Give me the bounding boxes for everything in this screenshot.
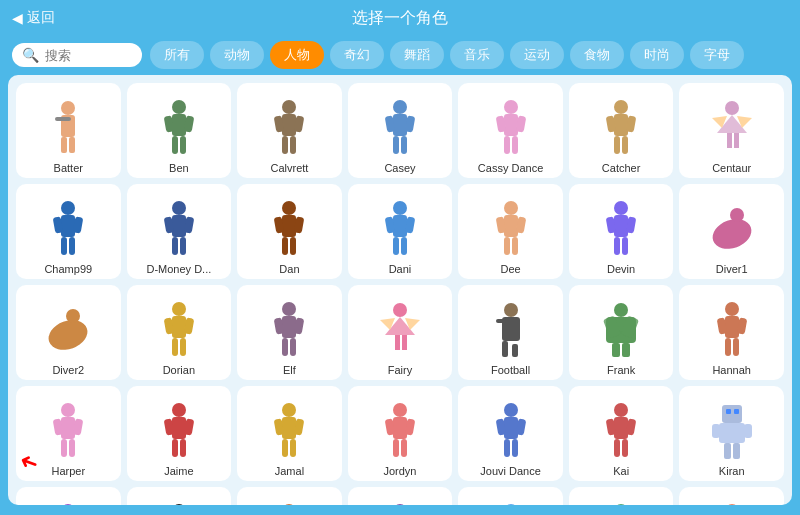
svg-rect-101 — [496, 319, 506, 323]
svg-rect-16 — [290, 136, 296, 154]
svg-rect-34 — [622, 136, 628, 154]
sprite-figure — [372, 199, 427, 261]
svg-point-23 — [504, 100, 518, 114]
sprite-figure — [41, 502, 96, 505]
svg-rect-92 — [290, 338, 296, 356]
svg-rect-147 — [614, 417, 628, 439]
sprite-card[interactable]: Kiran — [679, 386, 784, 481]
svg-point-122 — [172, 403, 186, 417]
search-box[interactable]: 🔍 — [12, 43, 142, 67]
svg-rect-138 — [393, 439, 399, 457]
filter-btn-fashion[interactable]: 时尚 — [630, 41, 684, 69]
sprite-card[interactable]: Cassy Dance — [458, 83, 563, 178]
sprite-card[interactable]: Casey — [348, 83, 453, 178]
filter-btn-animals[interactable]: 动物 — [210, 41, 264, 69]
svg-rect-48 — [172, 215, 186, 237]
svg-point-93 — [393, 303, 407, 317]
svg-point-53 — [282, 201, 296, 215]
sprite-card[interactable]: Football — [458, 285, 563, 380]
svg-rect-88 — [282, 316, 296, 338]
sprite-card[interactable]: Sp2 — [127, 487, 232, 505]
svg-rect-6 — [172, 114, 186, 136]
sprite-card[interactable]: Calvrett — [237, 83, 342, 178]
filter-btn-fantasy[interactable]: 奇幻 — [330, 41, 384, 69]
svg-point-134 — [393, 403, 407, 417]
search-input[interactable] — [45, 48, 135, 63]
sprite-card[interactable]: Sp5 — [458, 487, 563, 505]
sprite-card[interactable]: Sp6 — [569, 487, 674, 505]
title-bar: ◀ 返回 选择一个角色 — [0, 0, 800, 35]
sprite-card[interactable]: Hannah — [679, 285, 784, 380]
filter-btn-food[interactable]: 食物 — [570, 41, 624, 69]
sprite-label: Jamal — [241, 465, 338, 477]
sprite-figure — [594, 199, 649, 261]
sprite-figure — [151, 300, 206, 362]
search-filter-bar: 🔍 所有动物人物奇幻舞蹈音乐运动食物时尚字母 — [0, 35, 800, 75]
svg-point-104 — [614, 303, 628, 317]
sprite-card[interactable]: Frank — [569, 285, 674, 380]
sprite-card[interactable]: Jamal — [237, 386, 342, 481]
sprite-card[interactable]: Dani — [348, 184, 453, 279]
sprite-card[interactable]: Champ99 — [16, 184, 121, 279]
svg-rect-4 — [69, 137, 75, 153]
sprite-label: Jaime — [131, 465, 228, 477]
svg-rect-30 — [614, 114, 628, 136]
svg-rect-45 — [61, 237, 67, 255]
svg-rect-33 — [614, 136, 620, 154]
svg-rect-139 — [401, 439, 407, 457]
sprite-card[interactable]: Centaur — [679, 83, 784, 178]
svg-point-47 — [172, 201, 186, 215]
sprite-card[interactable]: Diver2 — [16, 285, 121, 380]
svg-point-196 — [725, 504, 739, 505]
sprite-card[interactable]: Jaime — [127, 386, 232, 481]
svg-point-178 — [393, 504, 407, 505]
sprite-card[interactable]: Sp1 — [16, 487, 121, 505]
filter-btn-dance[interactable]: 舞蹈 — [390, 41, 444, 69]
sprite-card[interactable]: Ben — [127, 83, 232, 178]
sprite-label: Batter — [20, 162, 117, 174]
filter-btn-people[interactable]: 人物 — [270, 41, 324, 69]
svg-rect-9 — [172, 136, 178, 154]
svg-point-160 — [61, 504, 75, 505]
sprite-card[interactable]: Harper➜ — [16, 386, 121, 481]
svg-point-29 — [614, 100, 628, 114]
filter-btn-music[interactable]: 音乐 — [450, 41, 504, 69]
svg-rect-120 — [61, 439, 67, 457]
sprite-figure — [262, 199, 317, 261]
sprite-card[interactable]: Dorian — [127, 285, 232, 380]
sprite-card[interactable]: Catcher — [569, 83, 674, 178]
svg-rect-10 — [180, 136, 186, 154]
sprite-card[interactable]: Jordyn — [348, 386, 453, 481]
sprite-label: Catcher — [573, 162, 670, 174]
svg-rect-144 — [504, 439, 510, 457]
filter-btn-letters[interactable]: 字母 — [690, 41, 744, 69]
sprite-label: Centaur — [683, 162, 780, 174]
sprite-card[interactable]: Devin — [569, 184, 674, 279]
svg-rect-133 — [290, 439, 296, 457]
filter-btn-sports[interactable]: 运动 — [510, 41, 564, 69]
svg-point-87 — [282, 302, 296, 316]
svg-rect-15 — [282, 136, 288, 154]
sprite-card[interactable]: Elf — [237, 285, 342, 380]
sprite-label: Dee — [462, 263, 559, 275]
svg-point-65 — [504, 201, 518, 215]
sprite-card[interactable]: Sp3 — [237, 487, 342, 505]
sprite-card[interactable]: Dee — [458, 184, 563, 279]
sprite-card[interactable]: Diver1 — [679, 184, 784, 279]
svg-rect-64 — [401, 237, 407, 255]
back-button[interactable]: ◀ 返回 — [12, 9, 55, 27]
filter-btn-all[interactable]: 所有 — [150, 41, 204, 69]
sprite-card[interactable]: Sp7 — [679, 487, 784, 505]
sprite-card[interactable]: D-Money D... — [127, 184, 232, 279]
sprite-card[interactable]: Jouvi Dance — [458, 386, 563, 481]
sprite-card[interactable]: Fairy — [348, 285, 453, 380]
sprite-card[interactable]: Batter — [16, 83, 121, 178]
svg-rect-63 — [393, 237, 399, 255]
sprite-card[interactable]: Kai — [569, 386, 674, 481]
svg-rect-28 — [512, 136, 518, 154]
svg-rect-21 — [393, 136, 399, 154]
sprite-card[interactable]: Sp4 — [348, 487, 453, 505]
sprite-label: Jordyn — [352, 465, 449, 477]
sprite-card[interactable]: Dan — [237, 184, 342, 279]
svg-rect-91 — [282, 338, 288, 356]
